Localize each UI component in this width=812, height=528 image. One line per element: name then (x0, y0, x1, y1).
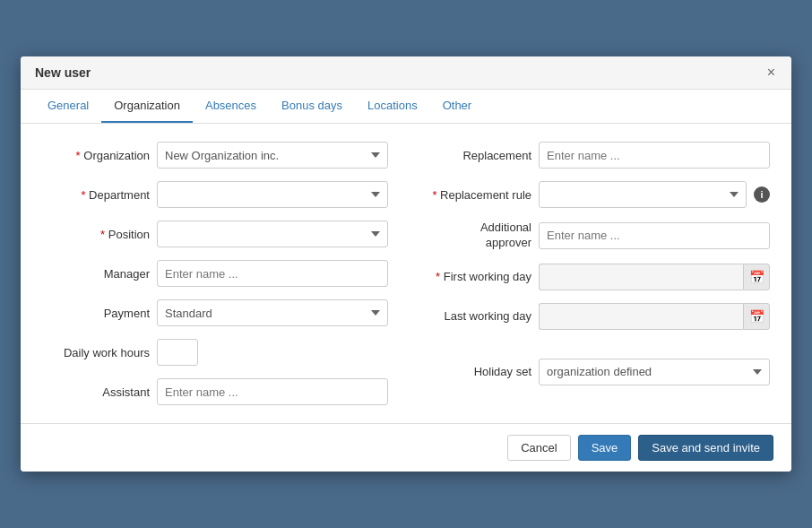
close-button[interactable]: × (765, 65, 777, 80)
replacement-rule-info-icon[interactable]: i (754, 186, 770, 203)
last-working-day-wrapper: 📅 (539, 303, 770, 330)
daily-hours-row: Daily work hours (42, 339, 388, 366)
assistant-label: Assistant (42, 385, 150, 399)
modal-overlay: New user × General Organization Absences… (0, 0, 812, 528)
save-and-send-invite-button[interactable]: Save and send invite (638, 435, 773, 461)
modal-header: New user × (21, 56, 791, 90)
first-working-day-row: * First working day 📅 (424, 264, 770, 290)
calendar-icon: 📅 (749, 270, 764, 284)
department-label: * Department (42, 188, 150, 202)
assistant-row: Assistant (42, 378, 388, 405)
holiday-set-select[interactable]: organization defined (539, 359, 770, 385)
tab-absences[interactable]: Absences (193, 90, 269, 123)
additional-approver-input[interactable] (539, 222, 770, 249)
manager-row: Manager (42, 260, 388, 287)
replacement-rule-select[interactable] (539, 181, 747, 208)
additional-approver-label: Additionalapprover (424, 221, 531, 251)
first-working-day-label: * First working day (424, 270, 531, 283)
payment-row: Payment Standard (42, 299, 388, 326)
modal-body: * Organization New Organization inc. * D… (21, 124, 791, 423)
position-select[interactable] (157, 221, 388, 247)
manager-input[interactable] (157, 260, 388, 287)
modal-footer: Cancel Save Save and send invite (21, 423, 791, 472)
calendar-icon-2: 📅 (749, 309, 764, 324)
position-label: * Position (42, 228, 150, 241)
form-right-column: Replacement * Replacement rule i (424, 142, 770, 405)
manager-label: Manager (42, 267, 150, 281)
assistant-input[interactable] (157, 378, 388, 405)
modal-title: New user (35, 65, 91, 80)
payment-label: Payment (42, 307, 150, 320)
cancel-button[interactable]: Cancel (507, 435, 570, 461)
organization-select[interactable]: New Organization inc. (157, 142, 388, 169)
holiday-set-label: Holiday set (424, 365, 531, 378)
department-row: * Department (42, 181, 388, 208)
replacement-row: Replacement (424, 142, 770, 169)
last-working-day-label: Last working day (424, 309, 531, 323)
daily-hours-input[interactable] (157, 339, 198, 366)
replacement-rule-label: * Replacement rule (424, 188, 531, 202)
new-user-modal: New user × General Organization Absences… (21, 56, 791, 472)
department-select[interactable] (157, 181, 388, 208)
tab-bonus-days[interactable]: Bonus days (269, 90, 355, 123)
last-working-day-input[interactable] (539, 303, 743, 330)
first-working-day-calendar-button[interactable]: 📅 (743, 264, 770, 290)
last-working-day-row: Last working day 📅 (424, 303, 770, 330)
tab-general[interactable]: General (35, 90, 101, 123)
form-grid: * Organization New Organization inc. * D… (42, 142, 770, 405)
spacer (424, 342, 770, 346)
first-working-day-wrapper: 📅 (539, 264, 770, 290)
first-working-day-input[interactable] (539, 264, 743, 290)
tab-other[interactable]: Other (430, 90, 485, 123)
tab-organization[interactable]: Organization (101, 90, 193, 123)
replacement-label: Replacement (424, 149, 531, 162)
save-button[interactable]: Save (578, 435, 632, 461)
tabs-bar: General Organization Absences Bonus days… (21, 90, 791, 124)
additional-approver-row: Additionalapprover (424, 221, 770, 251)
daily-hours-label: Daily work hours (42, 346, 150, 359)
payment-select[interactable]: Standard (157, 299, 388, 326)
holiday-set-row: Holiday set organization defined (424, 359, 770, 385)
organization-label: * Organization (42, 149, 150, 162)
tab-locations[interactable]: Locations (355, 90, 430, 123)
position-row: * Position (42, 221, 388, 247)
last-working-day-calendar-button[interactable]: 📅 (743, 303, 770, 330)
replacement-input[interactable] (539, 142, 770, 169)
replacement-rule-row: * Replacement rule i (424, 181, 770, 208)
form-left-column: * Organization New Organization inc. * D… (42, 142, 388, 405)
organization-row: * Organization New Organization inc. (42, 142, 388, 169)
